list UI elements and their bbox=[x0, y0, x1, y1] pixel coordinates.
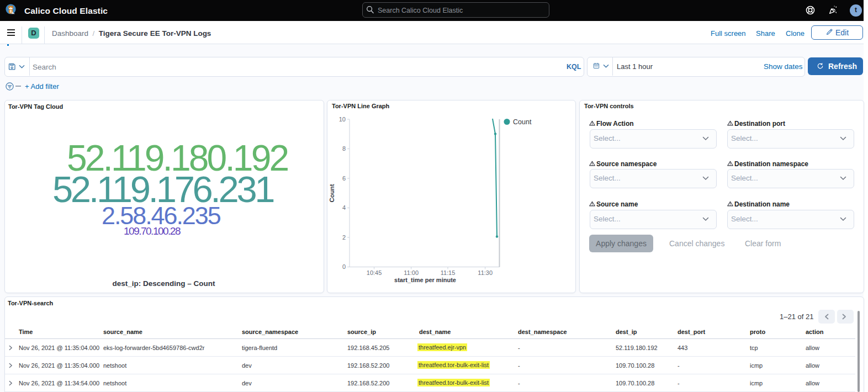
svg-text:0: 0 bbox=[342, 263, 346, 270]
svg-text:10:45: 10:45 bbox=[367, 269, 382, 276]
svg-text:4: 4 bbox=[342, 204, 346, 211]
svg-text:Count: Count bbox=[513, 118, 532, 126]
svg-text:11:15: 11:15 bbox=[441, 269, 456, 276]
svg-text:start_time per minute: start_time per minute bbox=[394, 277, 456, 283]
svg-text:8: 8 bbox=[342, 145, 346, 152]
svg-text:11:00: 11:00 bbox=[404, 269, 419, 276]
svg-text:11:30: 11:30 bbox=[478, 269, 493, 276]
svg-text:Count: Count bbox=[329, 184, 335, 202]
svg-text:2: 2 bbox=[342, 234, 346, 241]
svg-text:10: 10 bbox=[339, 116, 346, 123]
svg-text:6: 6 bbox=[342, 175, 346, 182]
